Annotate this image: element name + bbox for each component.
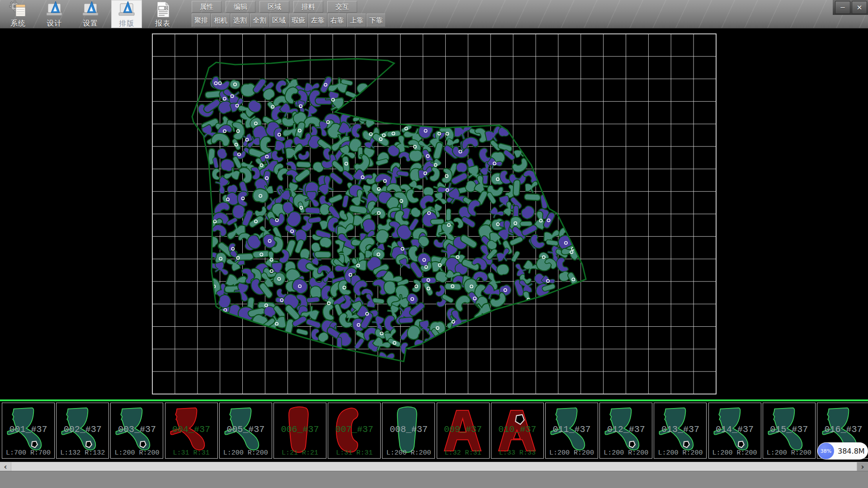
piece-shape (763, 403, 815, 458)
tool-button-1[interactable]: 聚排 (192, 14, 210, 27)
piece-shape (57, 403, 108, 458)
horizontal-scrollbar[interactable]: ‹ › (0, 462, 868, 471)
tool-button-9[interactable]: 上靠 (347, 14, 366, 27)
menu-item-3[interactable]: 区域 (259, 1, 289, 13)
memory-usage-badge[interactable]: 38% 384.8M (817, 442, 868, 460)
nav-button-label: 排版 (119, 19, 134, 28)
tool-button-5[interactable]: 区域 (269, 14, 288, 27)
nav-button-5[interactable]: 报表 (147, 0, 178, 28)
menu-item-4[interactable]: 排料 (293, 1, 323, 13)
nav-button-label: 设置 (83, 19, 98, 28)
piece-shape (654, 403, 706, 458)
piece-shape (165, 403, 217, 458)
scroll-left-arrow[interactable]: ‹ (0, 462, 11, 471)
scroll-right-arrow[interactable]: › (857, 462, 868, 471)
nav-button-3[interactable]: 设置 (75, 0, 106, 28)
piece-thumbnail-13[interactable]: 013_#37L:200 R:200 (654, 403, 707, 459)
piece-thumbnail-6[interactable]: 006_#37L:21 R:21 (274, 403, 326, 459)
cpu-percent-indicator: 38% (818, 443, 834, 459)
piece-thumbnail-3[interactable]: 003_#37L:200 R:200 (110, 403, 163, 459)
close-button[interactable]: ✕ (852, 1, 867, 14)
piece-shape (382, 403, 434, 458)
nesting-drawing (0, 28, 868, 462)
status-bar (0, 471, 868, 488)
piece-shape (437, 403, 489, 458)
top-toolbar: 系统设计设置排版报表 属性编辑区域排料交互 聚排相机选割全割区域瑕疵左靠右靠上靠… (0, 0, 868, 28)
piece-shape (111, 403, 163, 458)
piece-shape (709, 403, 761, 458)
tool-button-row: 聚排相机选割全割区域瑕疵左靠右靠上靠下靠 (192, 14, 386, 27)
notepad-icon (16, 5, 25, 16)
memory-value: 384.8M (838, 447, 865, 455)
nav-button-2[interactable]: 设计 (39, 0, 70, 28)
piece-thumbnail-11[interactable]: 011_#37L:200 R:200 (545, 403, 598, 459)
nesting-canvas[interactable] (0, 28, 868, 462)
tool-button-7[interactable]: 左靠 (308, 14, 327, 27)
piece-thumbnail-12[interactable]: 012_#37L:200 R:200 (599, 403, 652, 459)
piece-shape (2, 403, 54, 458)
tool-button-10[interactable]: 下靠 (367, 14, 385, 27)
tool-button-2[interactable]: 相机 (211, 14, 230, 27)
nav-button-label: 系统 (10, 19, 26, 28)
nav-button-4[interactable]: 排版 (111, 0, 142, 28)
piece-thumbnail-4[interactable]: 004_#37L:31 R:31 (165, 403, 218, 459)
tool-button-4[interactable]: 全割 (250, 14, 269, 27)
piece-thumbnail-strip: 001_#37L:700 R:700002_#37L:132 R:132003_… (0, 399, 868, 462)
menu-item-5[interactable]: 交互 (327, 1, 357, 13)
tool-button-6[interactable]: 瑕疵 (289, 14, 307, 27)
menu-item-2[interactable]: 编辑 (226, 1, 255, 13)
nav-button-label: 设计 (47, 19, 62, 28)
piece-shape (274, 403, 326, 458)
piece-shape (600, 403, 652, 458)
strip-separator-line (0, 399, 868, 401)
nesting-icon (118, 0, 136, 19)
piece-shape (546, 403, 598, 458)
piece-thumbnail-9[interactable]: 009_#37L:32 R:31 (437, 403, 490, 459)
piece-thumbnail-10[interactable]: 010_#37L:33 R:33 (491, 403, 544, 459)
design-icon (45, 0, 63, 19)
menu-item-1[interactable]: 属性 (192, 1, 222, 13)
piece-thumbnail-14[interactable]: 014_#37L:200 R:200 (708, 403, 761, 459)
system-icon (9, 0, 27, 19)
piece-thumbnail-2[interactable]: 002_#37L:132 R:132 (56, 403, 109, 459)
piece-thumbnail-7[interactable]: 007_#37L:31 R:31 (328, 403, 381, 459)
piece-thumbnail-8[interactable]: 008_#37L:200 R:200 (382, 403, 435, 459)
window-controls: ─ ✕ (833, 0, 868, 15)
piece-thumbnail-5[interactable]: 005_#37L:200 R:200 (219, 403, 272, 459)
settings-icon (81, 0, 99, 19)
tool-button-3[interactable]: 选割 (231, 14, 249, 27)
menu-bar: 属性编辑区域排料交互 (192, 1, 361, 13)
piece-thumbnail-15[interactable]: 015_#37L:200 R:200 (763, 403, 816, 459)
piece-thumbnail-1[interactable]: 001_#37L:700 R:700 (2, 403, 55, 459)
nav-button-1[interactable]: 系统 (3, 0, 33, 28)
piece-shape (491, 403, 543, 458)
piece-shape (328, 403, 380, 458)
report-icon (154, 0, 172, 19)
piece-shape (220, 403, 272, 458)
nav-button-label: 报表 (155, 19, 170, 28)
minimize-button[interactable]: ─ (835, 1, 850, 14)
tool-button-8[interactable]: 右靠 (328, 14, 346, 27)
